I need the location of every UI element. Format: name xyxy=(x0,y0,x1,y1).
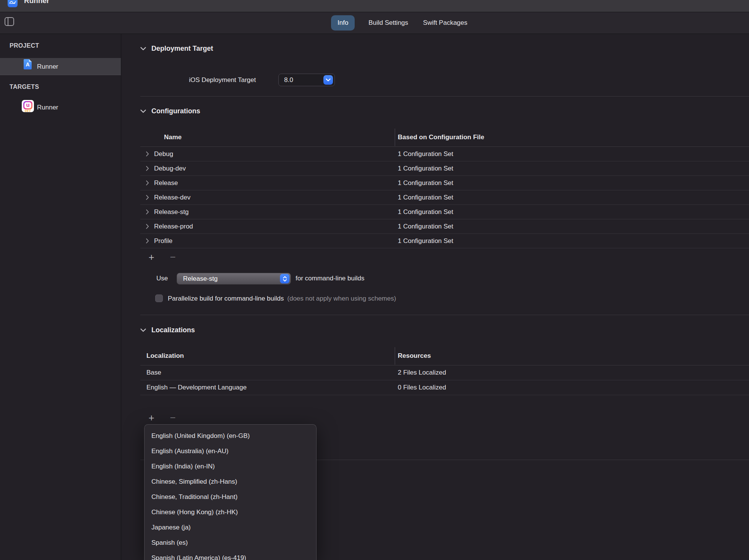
menu-item-language[interactable]: Japanese (ja) xyxy=(145,520,316,535)
section-title: Configurations xyxy=(151,107,200,115)
menu-item-language[interactable]: Chinese, Traditional (zh-Hant) xyxy=(145,489,316,505)
localization-resources: 0 Files Localized xyxy=(398,383,446,392)
config-based: 1 Configuration Set xyxy=(398,150,453,158)
menu-item-language[interactable]: Chinese (Hong Kong) (zh-HK) xyxy=(145,505,316,520)
column-header-localization: Localization xyxy=(146,352,184,360)
project-file-icon: A xyxy=(24,59,32,69)
table-row[interactable]: Release-prod 1 Configuration Set xyxy=(140,219,749,234)
config-name: Release-stg xyxy=(154,208,189,216)
chevron-down-icon xyxy=(326,79,331,82)
menu-item-language[interactable]: English (United Kingdom) (en-GB) xyxy=(145,428,316,444)
section-title: Localizations xyxy=(151,326,195,334)
config-based: 1 Configuration Set xyxy=(398,179,453,187)
column-divider[interactable] xyxy=(395,129,395,146)
section-separator xyxy=(140,315,749,315)
toolbar: Info Build Settings Swift Packages xyxy=(0,12,749,34)
disclosure-chevron-icon[interactable] xyxy=(146,209,149,217)
remove-configuration-button[interactable]: − xyxy=(169,252,177,262)
parallelize-label: Parallelize build for command-line build… xyxy=(168,295,284,303)
config-based: 1 Configuration Set xyxy=(398,237,453,245)
localizations-section-header: Localizations xyxy=(140,326,195,334)
configurations-table-header: Name Based on Configuration File xyxy=(140,128,749,147)
chevron-down-icon[interactable] xyxy=(140,109,146,113)
localization-name: Base xyxy=(146,369,161,377)
localization-resources: 2 Files Localized xyxy=(398,369,446,377)
disclosure-chevron-icon[interactable] xyxy=(146,151,149,159)
add-localization-menu: English (United Kingdom) (en-GB) English… xyxy=(144,424,317,560)
popup-stepper-button[interactable] xyxy=(280,274,289,283)
target-app-icon: u DEV xyxy=(22,100,34,112)
table-row[interactable]: Debug-dev 1 Configuration Set xyxy=(140,161,749,176)
sidebar-toggle-icon[interactable] xyxy=(5,17,14,26)
tab-swift-packages[interactable]: Swift Packages xyxy=(422,15,468,31)
localizations-table: Localization Resources Base 2 Files Loca… xyxy=(140,347,749,395)
add-configuration-button[interactable]: + xyxy=(147,252,156,262)
ios-deployment-target-label: iOS Deployment Target xyxy=(175,76,256,84)
chevron-down-icon[interactable] xyxy=(140,328,146,332)
disclosure-chevron-icon[interactable] xyxy=(146,195,149,202)
section-title: Deployment Target xyxy=(151,45,213,53)
localizations-add-remove: + − xyxy=(147,413,177,423)
combobox-dropdown-button[interactable] xyxy=(323,75,333,85)
tab-info[interactable]: Info xyxy=(331,15,355,31)
popup-value: Release-stg xyxy=(183,273,218,284)
config-name: Debug xyxy=(154,150,173,158)
project-section-header: PROJECT xyxy=(10,42,39,50)
app-icon-glyph xyxy=(9,0,16,5)
window-title: Runner xyxy=(24,0,50,6)
table-row[interactable]: English — Development Language 0 Files L… xyxy=(140,380,749,395)
use-suffix-label: for command-line builds xyxy=(296,274,364,283)
menu-item-language[interactable]: Spanish (Latin America) (es-419) xyxy=(145,550,316,560)
table-row[interactable]: Release 1 Configuration Set xyxy=(140,176,749,190)
localizations-table-header: Localization Resources xyxy=(140,347,749,365)
column-header-resources: Resources xyxy=(398,352,431,360)
disclosure-chevron-icon[interactable] xyxy=(146,180,149,188)
config-name: Profile xyxy=(154,237,172,245)
table-row[interactable]: Release-stg 1 Configuration Set xyxy=(140,205,749,219)
chevron-down-icon[interactable] xyxy=(140,47,146,50)
configurations-add-remove: + − xyxy=(147,252,177,262)
configurations-table: Name Based on Configuration File Debug 1… xyxy=(140,128,749,248)
ios-deployment-target-combobox[interactable]: 8.0 xyxy=(278,74,335,86)
configurations-section-header: Configurations xyxy=(140,107,200,115)
app-icon xyxy=(8,0,18,7)
config-based: 1 Configuration Set xyxy=(398,208,453,216)
config-based: 1 Configuration Set xyxy=(398,193,453,202)
menu-item-language[interactable]: Spanish (es) xyxy=(145,535,316,550)
sidebar-item-project-runner[interactable]: A Runner xyxy=(0,58,121,75)
tab-build-settings[interactable]: Build Settings xyxy=(367,15,409,31)
editor-content: Deployment Target iOS Deployment Target … xyxy=(121,34,749,560)
disclosure-chevron-icon[interactable] xyxy=(146,224,149,231)
column-divider[interactable] xyxy=(395,347,395,365)
combobox-value: 8.0 xyxy=(284,74,293,86)
deployment-target-section-header: Deployment Target xyxy=(140,45,213,53)
table-row[interactable]: Debug 1 Configuration Set xyxy=(140,147,749,161)
command-line-configuration-popup[interactable]: Release-stg xyxy=(177,273,291,285)
project-navigator: PROJECT A Runner TARGETS u DEV Runner xyxy=(0,34,121,560)
table-row[interactable]: Profile 1 Configuration Set xyxy=(140,234,749,248)
editor-tabs: Info Build Settings Swift Packages xyxy=(331,15,469,31)
remove-localization-button[interactable]: − xyxy=(169,413,177,423)
parallelize-note: (does not apply when using schemes) xyxy=(287,295,396,303)
chevron-up-down-icon xyxy=(283,276,287,282)
menu-item-language[interactable]: English (Australia) (en-AU) xyxy=(145,444,316,459)
config-based: 1 Configuration Set xyxy=(398,164,453,173)
config-based: 1 Configuration Set xyxy=(398,222,453,231)
config-name: Release-prod xyxy=(154,222,193,231)
menu-item-language[interactable]: English (India) (en-IN) xyxy=(145,459,316,474)
config-name: Debug-dev xyxy=(154,164,186,173)
localization-name: English — Development Language xyxy=(146,383,247,392)
use-label: Use xyxy=(156,274,168,283)
config-name: Release xyxy=(154,179,178,187)
menu-item-language[interactable]: Chinese, Simplified (zh-Hans) xyxy=(145,474,316,489)
column-header-based: Based on Configuration File xyxy=(398,133,484,142)
add-localization-button[interactable]: + xyxy=(147,413,156,423)
sidebar-item-label: Runner xyxy=(37,104,58,111)
sidebar-item-target-runner[interactable]: u DEV Runner xyxy=(0,100,121,117)
table-row[interactable]: Release-dev 1 Configuration Set xyxy=(140,190,749,205)
disclosure-chevron-icon[interactable] xyxy=(146,238,149,246)
disclosure-chevron-icon[interactable] xyxy=(146,166,149,173)
parallelize-checkbox[interactable] xyxy=(155,294,163,302)
window-titlebar: Runner xyxy=(0,0,749,12)
table-row[interactable]: Base 2 Files Localized xyxy=(140,365,749,380)
